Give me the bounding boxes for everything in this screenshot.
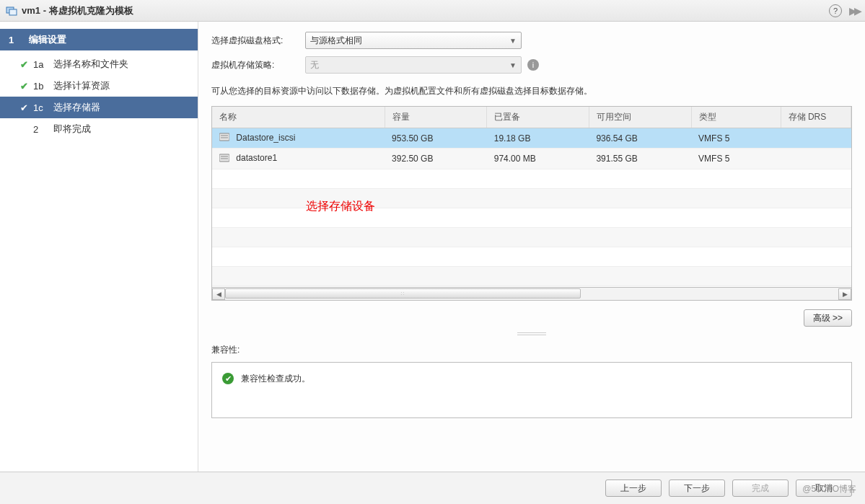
title-bar: vm1 - 将虚拟机克隆为模板 ? ▶▶ bbox=[0, 0, 865, 22]
disk-format-value: 与源格式相同 bbox=[310, 35, 362, 47]
step-label: 选择名称和文件夹 bbox=[53, 58, 128, 71]
step-label: 选择计算资源 bbox=[53, 79, 110, 92]
step-1c[interactable]: ✔ 1c 选择存储器 bbox=[0, 97, 198, 118]
vm-icon bbox=[6, 5, 17, 17]
col-free[interactable]: 可用空间 bbox=[589, 107, 691, 128]
cell-free: 391.55 GB bbox=[589, 149, 691, 169]
svg-rect-5 bbox=[219, 154, 229, 162]
table-row: . bbox=[212, 227, 851, 247]
storage-policy-label: 虚拟机存储策略: bbox=[211, 59, 305, 71]
cell-name: datastore1 bbox=[236, 153, 277, 163]
cell-free: 936.54 GB bbox=[589, 128, 691, 149]
disk-format-label: 选择虚拟磁盘格式: bbox=[211, 35, 305, 47]
step-1-group[interactable]: 1 编辑设置 bbox=[0, 29, 198, 50]
compat-message: 兼容性检查成功。 bbox=[241, 373, 310, 385]
wizard-sidebar: 1 编辑设置 ✔ 1a 选择名称和文件夹 ✔ 1b 选择计算资源 ✔ 1c 选择… bbox=[0, 22, 198, 472]
step-label: 即将完成 bbox=[53, 123, 91, 136]
datastore-icon bbox=[219, 133, 229, 143]
col-provisioned[interactable]: 已置备 bbox=[487, 107, 589, 128]
step-label: 编辑设置 bbox=[29, 33, 66, 46]
storage-policy-select: 无 ▼ bbox=[305, 56, 522, 74]
table-row: . bbox=[212, 169, 851, 188]
disk-format-select[interactable]: 与源格式相同 ▼ bbox=[305, 32, 522, 49]
cell-provisioned: 19.18 GB bbox=[487, 128, 589, 149]
cell-capacity: 953.50 GB bbox=[385, 128, 487, 149]
datastore-table: 名称 容量 已置备 可用空间 类型 存储 DRS D bbox=[211, 106, 852, 301]
compat-label: 兼容性: bbox=[211, 344, 852, 356]
info-icon[interactable]: i bbox=[527, 59, 539, 71]
table-row[interactable]: datastore1 392.50 GB 974.00 MB 391.55 GB… bbox=[212, 149, 851, 169]
col-drs[interactable]: 存储 DRS bbox=[781, 107, 851, 128]
col-capacity[interactable]: 容量 bbox=[385, 107, 487, 128]
col-type[interactable]: 类型 bbox=[691, 107, 781, 128]
step-2[interactable]: 2 即将完成 bbox=[0, 118, 198, 140]
storage-policy-value: 无 bbox=[310, 59, 319, 71]
chevron-down-icon: ▼ bbox=[509, 61, 517, 69]
check-icon: ✔ bbox=[20, 102, 33, 113]
scroll-track[interactable]: :: bbox=[225, 288, 838, 300]
step-label: 选择存储器 bbox=[53, 101, 100, 114]
cell-type: VMFS 5 bbox=[691, 149, 781, 169]
check-icon: ✔ bbox=[20, 59, 33, 70]
compat-box: ✔ 兼容性检查成功。 bbox=[211, 362, 852, 418]
cell-drs bbox=[781, 149, 851, 169]
cell-name: Datastore_iscsi bbox=[236, 133, 295, 143]
collapse-icon[interactable]: ▶▶ bbox=[849, 5, 859, 17]
svg-rect-1 bbox=[9, 9, 17, 15]
main-pane: 选择虚拟磁盘格式: 与源格式相同 ▼ 虚拟机存储策略: 无 ▼ i 可从您选择的… bbox=[198, 22, 865, 472]
step-1a[interactable]: ✔ 1a 选择名称和文件夹 bbox=[0, 53, 198, 75]
wizard-footer: 上一步 下一步 完成 取消 bbox=[0, 472, 865, 504]
scroll-thumb[interactable]: :: bbox=[225, 288, 581, 299]
scroll-left-icon[interactable]: ◀ bbox=[212, 288, 225, 300]
chevron-down-icon: ▼ bbox=[509, 37, 517, 45]
watermark: @51CTO博客 bbox=[802, 483, 856, 495]
col-name[interactable]: 名称 bbox=[212, 107, 385, 128]
step-1b[interactable]: ✔ 1b 选择计算资源 bbox=[0, 75, 198, 97]
svg-rect-2 bbox=[219, 133, 229, 141]
check-icon: ✔ bbox=[20, 81, 33, 92]
datastore-icon bbox=[219, 154, 229, 164]
back-button[interactable]: 上一步 bbox=[605, 479, 662, 497]
cell-type: VMFS 5 bbox=[691, 128, 781, 149]
finish-button: 完成 bbox=[732, 479, 789, 497]
window-title: vm1 - 将虚拟机克隆为模板 bbox=[22, 4, 133, 17]
help-icon[interactable]: ? bbox=[829, 4, 842, 17]
next-button[interactable]: 下一步 bbox=[669, 479, 725, 497]
table-row: . bbox=[212, 247, 851, 266]
cell-provisioned: 974.00 MB bbox=[487, 149, 589, 169]
cell-capacity: 392.50 GB bbox=[385, 149, 487, 169]
scroll-right-icon[interactable]: ▶ bbox=[838, 288, 851, 300]
table-row[interactable]: Datastore_iscsi 953.50 GB 19.18 GB 936.5… bbox=[212, 128, 851, 149]
horizontal-scrollbar[interactable]: ◀ :: ▶ bbox=[212, 287, 851, 300]
table-row: . bbox=[212, 208, 851, 227]
advanced-button[interactable]: 高级 >> bbox=[804, 309, 852, 327]
cell-drs bbox=[781, 128, 851, 149]
splitter-grip[interactable] bbox=[211, 331, 852, 337]
table-row: . bbox=[212, 266, 851, 286]
table-header-row: 名称 容量 已置备 可用空间 类型 存储 DRS bbox=[212, 107, 851, 128]
description-text: 可从您选择的目标资源中访问以下数据存储。为虚拟机配置文件和所有虚拟磁盘选择目标数… bbox=[211, 85, 852, 97]
table-row: . bbox=[212, 188, 851, 208]
success-icon: ✔ bbox=[222, 373, 234, 384]
